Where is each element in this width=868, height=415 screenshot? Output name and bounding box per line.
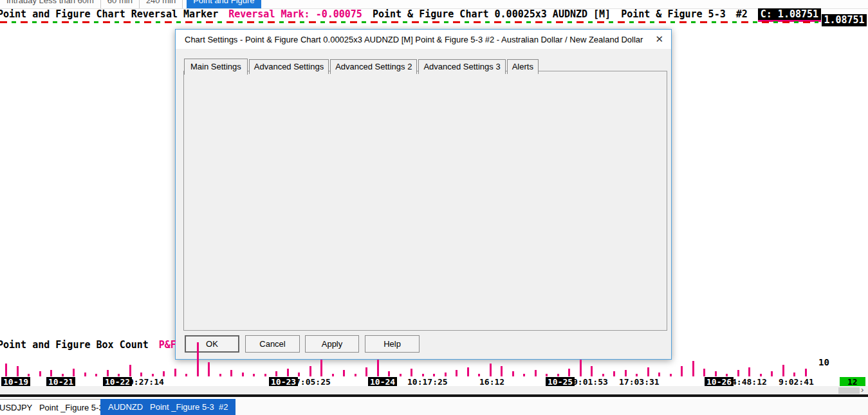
timeline-label: 9:02:41 [779, 377, 814, 387]
chart-tab-bar: USDJPY Point _Figure 5-3 #1 AUDNZD Point… [0, 399, 868, 415]
pnf-bar [332, 374, 334, 376]
pnf-bar [433, 374, 435, 376]
pnf-bar [230, 370, 232, 376]
app-window: Intraday Less than 60m 60 min 240 min Po… [0, 0, 868, 415]
pnf-bar [771, 371, 773, 376]
study-label-reversal-marker: Point and Figure Chart Reversal Marker [0, 8, 218, 20]
pnf-bars [0, 341, 868, 376]
pnf-bar [253, 374, 255, 376]
pnf-bar [658, 373, 660, 376]
tab-intraday-less-60m[interactable]: Intraday Less than 60m [0, 0, 101, 8]
pnf-bar [377, 360, 379, 376]
pnf-bar [636, 374, 638, 376]
pnf-bar [445, 373, 447, 376]
pnf-bar [39, 371, 41, 376]
pnf-bar [602, 374, 604, 376]
pnf-bar [512, 371, 514, 376]
pnf-bar [174, 369, 176, 376]
pnf-bar [523, 374, 525, 376]
pnf-bar [343, 370, 345, 376]
timeline-label: 10-23 [269, 377, 298, 387]
dialog-tab-bar: Main Settings Advanced Settings Advanced… [184, 58, 540, 74]
reversal-mark-value: Reversal Mark: -0.00075 [228, 8, 362, 20]
pnf-bar [715, 371, 717, 376]
pnf-bar [219, 374, 221, 376]
scrollbar-thumb[interactable] [838, 387, 860, 394]
pnf-bar [152, 374, 154, 376]
chart-divider [0, 394, 868, 397]
pnf-bar [546, 374, 548, 376]
timeline-label: 10-26 [705, 377, 734, 387]
pnf-bar [501, 366, 503, 376]
tab-240-min[interactable]: 240 min [140, 0, 183, 8]
tab-advanced-settings[interactable]: Advanced Settings [249, 59, 329, 74]
scroll-right-icon[interactable]: › [861, 385, 863, 394]
pnf-bar [681, 366, 683, 376]
pnf-bar [760, 374, 762, 376]
chart-number: #2 [736, 8, 748, 20]
pnf-bar [355, 374, 356, 376]
pnf-bar [647, 367, 649, 376]
pnf-bar [163, 371, 165, 376]
pnf-bar [107, 370, 109, 376]
timeline-label: 10-25 [546, 377, 575, 387]
pnf-bar [478, 374, 480, 376]
close-icon[interactable]: ✕ [655, 33, 663, 45]
timeline-label: 7:05:25 [295, 377, 331, 387]
pnf-bar [568, 369, 570, 376]
pnf-bar [726, 374, 728, 376]
timeline-label: 10-19 [1, 377, 30, 387]
pnf-bar [50, 370, 52, 376]
pnf-bar [197, 342, 199, 376]
tab-advanced-settings-3[interactable]: Advanced Settings 3 [418, 59, 505, 74]
pnf-bar [242, 373, 244, 376]
pnf-bar [805, 369, 807, 376]
main-settings-panel [183, 71, 667, 331]
pnf-bar [73, 369, 75, 376]
pnf-bar [737, 370, 739, 376]
pnf-bar [208, 362, 210, 376]
close-price-readout: C: 1.08751 [758, 8, 821, 22]
tab-advanced-settings-2[interactable]: Advanced Settings 2 [330, 59, 417, 74]
pnf-bar [703, 369, 705, 376]
tab-point-and-figure[interactable]: Point and Figure [187, 0, 261, 8]
pnf-bar [490, 364, 492, 376]
tab-alerts[interactable]: Alerts [507, 59, 539, 74]
tab-main-settings[interactable]: Main Settings [184, 59, 248, 75]
timeline-label: 10-22 [103, 377, 132, 387]
tab-60-min[interactable]: 60 min [101, 0, 140, 8]
last-price-box: 1.08751 [822, 14, 867, 26]
pnf-bar [591, 366, 593, 376]
pnf-bar [275, 371, 277, 376]
pnf-bar [264, 374, 266, 376]
pnf-bar [535, 370, 537, 376]
pnf-bar [400, 374, 402, 376]
pnf-bar [748, 367, 750, 376]
pnf-bar [5, 364, 7, 376]
pnf-bar [365, 367, 367, 376]
dashed-underline [0, 21, 818, 23]
pnf-bar [62, 374, 64, 376]
pnf-bar [309, 366, 311, 376]
pnf-bar [580, 360, 582, 376]
pnf-bar [287, 369, 289, 376]
pnf-bar [320, 360, 322, 376]
pnf-bar [411, 369, 412, 376]
timeline-label: 17:03:31 [619, 377, 660, 387]
pnf-bar [118, 374, 120, 376]
timeline-label: 10:17:25 [407, 377, 448, 387]
pnf-bar [613, 371, 615, 376]
chart-header-line: Point and Figure Chart Reversal MarkerRe… [0, 8, 831, 20]
pnf-bar [670, 374, 672, 376]
dialog-title: Chart Settings - Point & Figure Chart 0.… [185, 35, 643, 44]
horizontal-scrollbar[interactable]: › [0, 386, 868, 394]
timeline-label: 10-24 [368, 377, 397, 387]
dialog-title-bar[interactable]: Chart Settings - Point & Figure Chart 0.… [176, 30, 671, 49]
timeline: 10-1910-2110-229:27:1410-237:05:2510-241… [0, 377, 868, 387]
pnf-bar [625, 370, 627, 376]
pnf-bar [140, 373, 142, 376]
pnf-bar [129, 365, 131, 376]
chart-title: Point & Figure Chart 0.00025x3 AUDNZD [M… [373, 8, 611, 20]
chart-tab-audnzd[interactable]: AUDNZD Point _Figure 5-3 #2 [100, 399, 235, 415]
pnf-bar [185, 374, 187, 376]
